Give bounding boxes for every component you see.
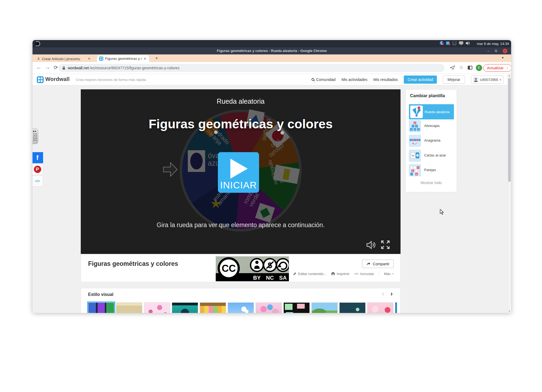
side-panel-icon[interactable] [468, 66, 472, 70]
edit-content-link[interactable]: Editar contenido... [293, 272, 327, 276]
resource-actions: Editar contenido... Imprimir </> Incrust… [293, 272, 393, 276]
lock-icon [62, 66, 65, 70]
search-icon [311, 78, 315, 81]
license-by: BY [253, 275, 261, 281]
address-bar[interactable]: wordwall.net /es/resource/89247715/figur… [59, 64, 444, 72]
network-disabled-icon[interactable]: x [446, 41, 450, 45]
theme-thumb-classic[interactable] [88, 302, 114, 313]
print-link[interactable]: Imprimir [331, 272, 349, 276]
svg-text:x: x [443, 43, 443, 45]
create-activity-button[interactable]: Crear actividad [404, 76, 437, 84]
tab-crear-articulo[interactable]: Crear Artículo | procomu ✕ [34, 55, 96, 62]
nav-mis-actividades[interactable]: Mis actividades [341, 77, 367, 82]
share-button[interactable]: Compartir [362, 260, 393, 268]
nav-mis-resultados[interactable]: Mis resultados [373, 77, 398, 82]
mouse-cursor [439, 209, 444, 215]
scrollbar-thumb[interactable] [508, 78, 511, 182]
embed-code-button[interactable]: </> [33, 175, 43, 187]
resource-info-card: Figuras geométricas y colores CC $ BY NC… [81, 254, 401, 282]
minimize-button[interactable]: – [487, 49, 489, 53]
theme-thumb-spooky[interactable] [339, 302, 366, 313]
nav-comunidad[interactable]: Comunidad [311, 77, 336, 82]
window-title: Figuras geométricas y colores - Rueda al… [33, 47, 511, 54]
theme-thumb-blossom[interactable] [144, 302, 170, 313]
theme-thumb-clouds[interactable] [228, 302, 254, 313]
template-label: Cartas al azar [424, 153, 446, 157]
window-title-bar: Figuras geométricas y colores - Rueda al… [33, 47, 511, 54]
action-label: Más [384, 272, 391, 276]
oval-shape-card [188, 150, 205, 172]
volume-icon[interactable] [465, 41, 470, 45]
send-to-device-icon[interactable] [450, 65, 455, 71]
code-brackets-icon: </> [35, 179, 40, 183]
clipboard-icon[interactable] [452, 41, 457, 45]
game-template-name: Rueda aleatoria [81, 97, 401, 105]
embed-link[interactable]: </> Incrustar [354, 272, 374, 276]
tab-strip: Crear Artículo | procomu ✕ Figuras geomé… [33, 54, 511, 62]
show-all-link[interactable]: Mostrar todo [406, 181, 457, 185]
theme-thumb-tv-studio[interactable] [172, 302, 198, 313]
restore-button[interactable]: ⧉ [495, 49, 497, 53]
scroll-down-arrow-icon[interactable]: ▼ [508, 310, 511, 312]
wheel-peg [280, 131, 284, 135]
tab-figuras-geometricas[interactable]: Figuras geométricas y co ✕ [97, 55, 149, 62]
tab-close-icon[interactable]: ✕ [88, 57, 91, 61]
tab-close-icon[interactable]: ✕ [144, 57, 146, 61]
theme-thumb-parchment[interactable] [116, 302, 142, 313]
theme-thumb-partial[interactable] [395, 302, 397, 313]
visual-style-heading: Estilo visual [88, 292, 113, 297]
wordwall-logo-icon[interactable] [37, 76, 44, 83]
user-account-menu[interactable]: U45072955 ▾ [471, 76, 504, 84]
back-button[interactable]: ← [36, 64, 41, 70]
template-label: Parejas [424, 168, 436, 172]
theme-thumb-landscape[interactable] [311, 302, 338, 313]
theme-thumb-balloons[interactable] [256, 302, 282, 313]
workspace-indicator-icon[interactable] [35, 41, 40, 46]
svg-text:5: 5 [418, 129, 419, 130]
sound-toggle-icon[interactable] [366, 240, 376, 250]
system-bar: x x mar 6 de may, 14:34 [33, 40, 511, 47]
update-chrome-button[interactable]: Actualizar ⋮ [483, 64, 511, 72]
reload-button[interactable]: ⟳ [54, 64, 58, 71]
upgrade-button[interactable]: Mejorar [443, 76, 465, 84]
theme-thumb-neon-blocks[interactable] [283, 302, 310, 313]
new-tab-button[interactable]: + [153, 55, 160, 61]
bluetooth-icon[interactable]: x [439, 41, 444, 45]
tab-search-chevron-icon[interactable]: ▾ [502, 56, 504, 60]
change-template-heading: Cambiar plantilla [410, 93, 445, 98]
fullscreen-icon[interactable] [380, 240, 390, 250]
facebook-icon: f [36, 154, 38, 162]
random-wheel-icon [410, 106, 423, 118]
drawer-pull-tab[interactable]: ▶▶ [33, 129, 38, 144]
template-item-rueda-aleatoria[interactable]: Rueda aleatoria [409, 104, 454, 119]
styles-prev-chevron-icon[interactable]: ‹ [382, 290, 384, 298]
scroll-up-arrow-icon[interactable]: ▲ [508, 74, 511, 77]
theme-thumb-doors[interactable] [200, 302, 226, 313]
chevron-down-icon: ▾ [500, 78, 501, 81]
brand-name[interactable]: Wordwall [45, 76, 70, 82]
close-button[interactable]: ✕ [503, 49, 507, 53]
forward-button[interactable]: → [45, 64, 50, 70]
pinterest-share-button[interactable]: P [33, 164, 43, 175]
desktop: x x mar 6 de may, 14:34 Figuras geométri… [0, 0, 542, 392]
license-nc: NC [266, 275, 274, 281]
pinterest-icon: P [34, 166, 41, 173]
styles-next-chevron-icon[interactable]: › [391, 290, 393, 298]
system-clock[interactable]: mar 6 de may, 14:34 [477, 40, 509, 47]
display-warning-icon[interactable] [459, 41, 463, 45]
facebook-share-button[interactable]: f [33, 152, 43, 163]
nav-label: Mis actividades [341, 77, 367, 82]
svg-text:1: 1 [412, 125, 414, 127]
page-scrollbar[interactable]: ▲ ▼ [507, 74, 511, 313]
theme-thumb-hearts[interactable] [367, 302, 393, 313]
svg-text:+: + [411, 173, 412, 175]
menu-dots-icon[interactable]: ⋮ [505, 66, 509, 70]
svg-text:◆: ◆ [412, 154, 414, 157]
more-menu[interactable]: Más ▾ [384, 272, 393, 276]
profile-avatar[interactable]: E [476, 65, 482, 71]
cc-by-nc-sa-license-badge[interactable]: CC $ BY NC SA [216, 256, 289, 281]
page-content: Rueda aleatoria Figuras geométricas y co… [33, 85, 507, 313]
start-game-button[interactable]: INICIAR [218, 152, 259, 193]
bookmark-star-icon[interactable]: ☆ [459, 64, 463, 70]
cc-icon: CC [222, 263, 236, 274]
